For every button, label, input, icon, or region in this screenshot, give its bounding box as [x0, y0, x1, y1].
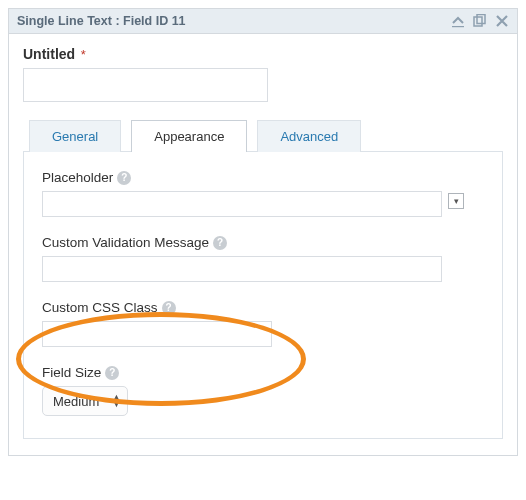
- tab-panel-appearance: Placeholder ? ▾ Custom Validation Messag…: [23, 151, 503, 439]
- help-icon[interactable]: ?: [105, 366, 119, 380]
- custom-css-row: Custom CSS Class ?: [42, 300, 484, 347]
- field-label: Untitled: [23, 46, 75, 62]
- svg-rect-2: [477, 15, 485, 24]
- placeholder-row: Placeholder ? ▾: [42, 170, 484, 217]
- field-size-row: Field Size ? Medium ▲▼: [42, 365, 484, 416]
- select-arrows-icon: ▲▼: [112, 394, 121, 408]
- custom-validation-input[interactable]: [42, 256, 442, 282]
- panel-header: Single Line Text : Field ID 11: [9, 9, 517, 34]
- svg-rect-0: [452, 26, 464, 27]
- field-preview-input[interactable]: [23, 68, 268, 102]
- help-icon[interactable]: ?: [117, 171, 131, 185]
- panel-body: Untitled * General Appearance Advanced P…: [9, 34, 517, 455]
- tab-appearance[interactable]: Appearance: [131, 120, 247, 152]
- field-size-value: Medium: [53, 394, 99, 409]
- custom-validation-label: Custom Validation Message: [42, 235, 209, 250]
- merge-tag-button[interactable]: ▾: [448, 193, 464, 209]
- custom-css-input[interactable]: [42, 321, 272, 347]
- collapse-icon[interactable]: [451, 14, 465, 28]
- field-panel: Single Line Text : Field ID 11 Untitled …: [8, 8, 518, 456]
- custom-validation-row: Custom Validation Message ?: [42, 235, 484, 282]
- tab-advanced[interactable]: Advanced: [257, 120, 361, 152]
- panel-title: Single Line Text : Field ID 11: [17, 14, 451, 28]
- placeholder-input[interactable]: [42, 191, 442, 217]
- help-icon[interactable]: ?: [213, 236, 227, 250]
- duplicate-icon[interactable]: [473, 14, 487, 28]
- close-icon[interactable]: [495, 14, 509, 28]
- help-icon[interactable]: ?: [162, 301, 176, 315]
- field-size-select[interactable]: Medium ▲▼: [42, 386, 128, 416]
- tab-bar: General Appearance Advanced: [29, 120, 503, 152]
- required-marker: *: [81, 47, 86, 62]
- tab-general[interactable]: General: [29, 120, 121, 152]
- field-label-row: Untitled *: [23, 46, 503, 62]
- placeholder-label: Placeholder: [42, 170, 113, 185]
- field-size-label: Field Size: [42, 365, 101, 380]
- custom-css-label: Custom CSS Class: [42, 300, 158, 315]
- settings-tabs: General Appearance Advanced Placeholder …: [23, 120, 503, 439]
- svg-rect-1: [474, 17, 482, 26]
